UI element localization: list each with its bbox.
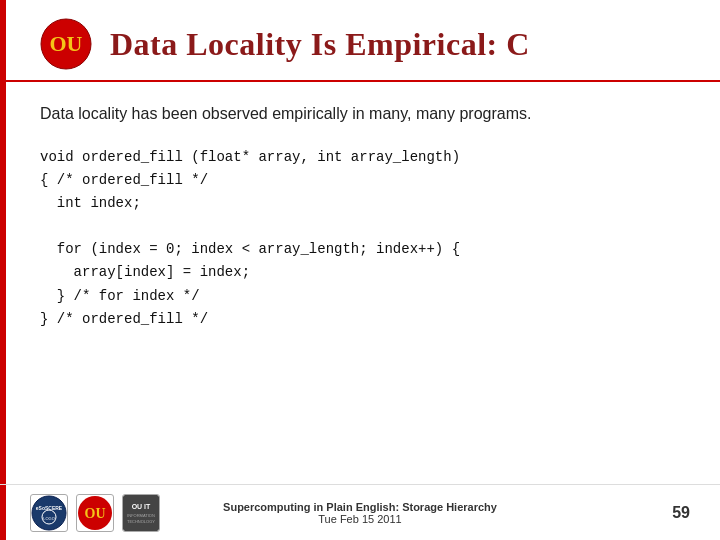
it-footer-logo: OU IT INFORMATION TECHNOLOGY xyxy=(122,494,160,532)
svg-text:LOGO: LOGO xyxy=(43,516,55,521)
slide-title: Data Locality Is Empirical: C xyxy=(110,26,530,63)
svg-text:OU IT: OU IT xyxy=(132,503,151,510)
ou-logo: OU xyxy=(40,18,92,70)
slide-number: 59 xyxy=(672,504,690,522)
svg-point-2 xyxy=(32,496,66,530)
svg-text:OU: OU xyxy=(85,506,106,521)
svg-text:INFORMATION: INFORMATION xyxy=(127,513,155,518)
eoscere-logo: eSoSCERE LOGO xyxy=(30,494,68,532)
slide-content: Data locality has been observed empirica… xyxy=(0,92,720,484)
footer-logos: eSoSCERE LOGO OU OU IT INFORMATION TECH xyxy=(30,494,160,532)
ou-footer-logo: OU xyxy=(76,494,114,532)
svg-text:TECHNOLOGY: TECHNOLOGY xyxy=(127,519,155,524)
svg-text:OU: OU xyxy=(50,31,83,56)
intro-paragraph: Data locality has been observed empirica… xyxy=(40,102,680,126)
footer-presentation-title: Supercomputing in Plain English: Storage… xyxy=(223,501,497,513)
slide: OU Data Locality Is Empirical: C Data lo… xyxy=(0,0,720,540)
footer-date: Tue Feb 15 2011 xyxy=(223,513,497,525)
slide-footer: eSoSCERE LOGO OU OU IT INFORMATION TECH xyxy=(0,484,720,540)
code-block: void ordered_fill (float* array, int arr… xyxy=(40,146,680,331)
footer-center: Supercomputing in Plain English: Storage… xyxy=(223,501,497,525)
slide-header: OU Data Locality Is Empirical: C xyxy=(0,0,720,82)
